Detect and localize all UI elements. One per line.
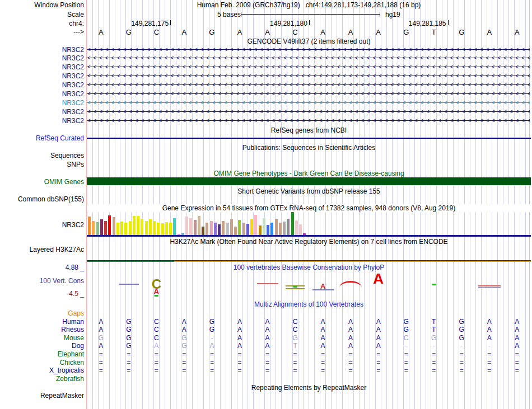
gtex-bar[interactable] <box>169 223 172 235</box>
gtex-bar[interactable] <box>295 220 298 235</box>
refseq-curated-label[interactable]: RefSeq Curated <box>0 134 84 142</box>
h3k27ac-track-title[interactable]: H3K27Ac Mark (Often Found Near Active Re… <box>87 238 531 246</box>
gtex-bar[interactable] <box>263 218 265 235</box>
gtex-bar[interactable] <box>124 223 127 235</box>
gencode-gene-label[interactable]: NR3C2 <box>0 72 84 80</box>
gtex-bar[interactable] <box>222 221 225 235</box>
gtex-bar[interactable] <box>270 223 273 235</box>
gtex-bar[interactable] <box>96 222 99 235</box>
multiz-species-label[interactable]: Mouse <box>0 334 84 342</box>
publications-track-title[interactable]: Publications: Sequences in Scientific Ar… <box>87 144 531 152</box>
gtex-bar[interactable] <box>226 223 229 235</box>
refseq-track-title[interactable]: RefSeq genes from NCBI <box>87 126 531 134</box>
gene-model-row[interactable]: < < < < < < < < < < < < < < < < < < < < … <box>87 81 530 89</box>
gtex-bar[interactable] <box>141 219 143 235</box>
common-dbsnp-label[interactable]: Common dbSNP(155) <box>0 195 84 203</box>
gene-model-row[interactable]: < < < < < < < < < < < < < < < < < < < < … <box>87 90 530 98</box>
gtex-bar[interactable] <box>259 225 262 235</box>
layered-h3k27ac-label[interactable]: Layered H3K27Ac <box>0 246 84 253</box>
multiz-species-label[interactable]: Elephant <box>0 350 84 358</box>
conservation-track-title[interactable]: 100 vertebrates Basewise Conservation by… <box>87 264 531 271</box>
gencode-track-title[interactable]: GENCODE V49lift37 (2 items filtered out) <box>87 37 531 45</box>
gtex-bar[interactable] <box>100 219 103 235</box>
gtex-bar[interactable] <box>129 221 132 235</box>
snps-label[interactable]: SNPs <box>0 161 84 168</box>
gtex-bar[interactable] <box>238 220 241 235</box>
multiz-species-label[interactable]: Gaps <box>0 309 84 317</box>
gtex-bar[interactable] <box>234 227 237 235</box>
gtex-bar[interactable] <box>291 211 294 235</box>
gtex-bar[interactable] <box>246 224 249 235</box>
gencode-gene-label[interactable]: NR3C2 <box>0 99 84 107</box>
gtex-bar[interactable] <box>92 221 95 235</box>
gtex-gene-label[interactable]: NR3C2 <box>0 221 84 229</box>
gtex-bar[interactable] <box>161 223 164 235</box>
gtex-bar[interactable] <box>206 223 208 235</box>
gtex-bar[interactable] <box>218 224 221 235</box>
gtex-bar[interactable] <box>88 217 91 235</box>
gtex-bar[interactable] <box>230 219 233 235</box>
refseq-gene-line[interactable] <box>87 138 531 139</box>
gtex-bar[interactable] <box>299 224 302 235</box>
multiz-track-title[interactable]: Multiz Alignments of 100 Vertebrates <box>87 300 531 308</box>
gtex-bar[interactable] <box>157 223 160 235</box>
multiz-species-label[interactable]: Chicken <box>0 359 84 366</box>
multiz-species-label[interactable]: X_tropicalis <box>0 366 84 374</box>
gencode-gene-label[interactable]: NR3C2 <box>0 117 84 125</box>
gtex-bar[interactable] <box>202 227 204 235</box>
gtex-bar[interactable] <box>254 215 257 235</box>
gtex-bar[interactable] <box>120 222 123 235</box>
gene-model-row[interactable]: < < < < < < < < < < < < < < < < < < < < … <box>87 63 530 71</box>
omim-track-title[interactable]: OMIM Gene Phenotypes - Dark Green Can Be… <box>87 170 531 177</box>
omim-gene-bar[interactable] <box>87 177 531 185</box>
multiz-species-label[interactable]: Human <box>0 318 84 326</box>
gtex-bar[interactable] <box>194 220 197 235</box>
gtex-bar[interactable] <box>303 233 306 235</box>
gtex-bar[interactable] <box>153 221 156 235</box>
gtex-bar[interactable] <box>279 223 282 235</box>
gtex-track-title[interactable]: Gene Expression in 54 tissues from GTEx … <box>87 204 531 212</box>
gtex-bar[interactable] <box>181 233 184 235</box>
gtex-bar[interactable] <box>275 219 278 235</box>
gtex-bar[interactable] <box>189 218 192 235</box>
gtex-bar[interactable] <box>267 225 269 235</box>
gencode-gene-label[interactable]: NR3C2 <box>0 90 84 98</box>
gtex-bar[interactable] <box>198 216 200 235</box>
gene-model-row[interactable]: < < < < < < < < < < < < < < < < < < < < … <box>87 45 530 54</box>
dbsnp-track-title[interactable]: Short Genetic Variants from dbSNP releas… <box>87 187 531 195</box>
multiz-species-label[interactable]: Dog <box>0 342 84 350</box>
gtex-bar[interactable] <box>210 221 213 235</box>
gtex-bar[interactable] <box>104 221 107 235</box>
gtex-bar[interactable] <box>108 215 111 235</box>
gtex-bar[interactable] <box>242 223 245 235</box>
gene-model-row[interactable]: < < < < < < < < < < < < < < < < < < < < … <box>87 116 530 125</box>
gtex-bar[interactable] <box>283 222 286 235</box>
repeatmasker-track-title[interactable]: Repeating Elements by RepeatMasker <box>87 384 531 392</box>
gencode-gene-label[interactable]: NR3C2 <box>0 108 84 116</box>
gene-model-row[interactable]: < < < < < < < < < < < < < < < < < < < < … <box>87 98 530 107</box>
gtex-bar[interactable] <box>116 223 119 235</box>
gtex-bar[interactable] <box>145 221 148 235</box>
conservation-wiggle[interactable]: CAAA <box>0 271 532 300</box>
gtex-bar[interactable] <box>137 216 139 235</box>
gtex-bar[interactable] <box>173 218 176 235</box>
repeatmasker-label[interactable]: RepeatMasker <box>0 392 84 399</box>
gtex-bar[interactable] <box>113 217 115 235</box>
gencode-gene-label[interactable]: NR3C2 <box>0 63 84 71</box>
gtex-bar[interactable] <box>149 219 152 235</box>
gtex-bar[interactable] <box>178 234 180 235</box>
gencode-gene-label[interactable]: NR3C2 <box>0 81 84 89</box>
gene-model-row[interactable]: < < < < < < < < < < < < < < < < < < < < … <box>87 54 530 62</box>
gtex-bar[interactable] <box>133 216 136 235</box>
omim-genes-label[interactable]: OMIM Genes <box>0 178 84 186</box>
multiz-species-label[interactable]: Rhesus <box>0 326 84 333</box>
gtex-bar[interactable] <box>185 217 188 235</box>
gene-model-row[interactable]: < < < < < < < < < < < < < < < < < < < < … <box>87 72 530 80</box>
gene-model-row[interactable]: < < < < < < < < < < < < < < < < < < < < … <box>87 107 530 116</box>
gtex-bar[interactable] <box>165 222 168 235</box>
multiz-species-label[interactable]: Zebrafish <box>0 375 84 383</box>
gencode-gene-label[interactable]: NR3C2 <box>0 54 84 62</box>
gencode-gene-label[interactable]: NR3C2 <box>0 46 84 54</box>
gtex-bar[interactable] <box>214 223 217 235</box>
gtex-bar[interactable] <box>250 219 253 235</box>
